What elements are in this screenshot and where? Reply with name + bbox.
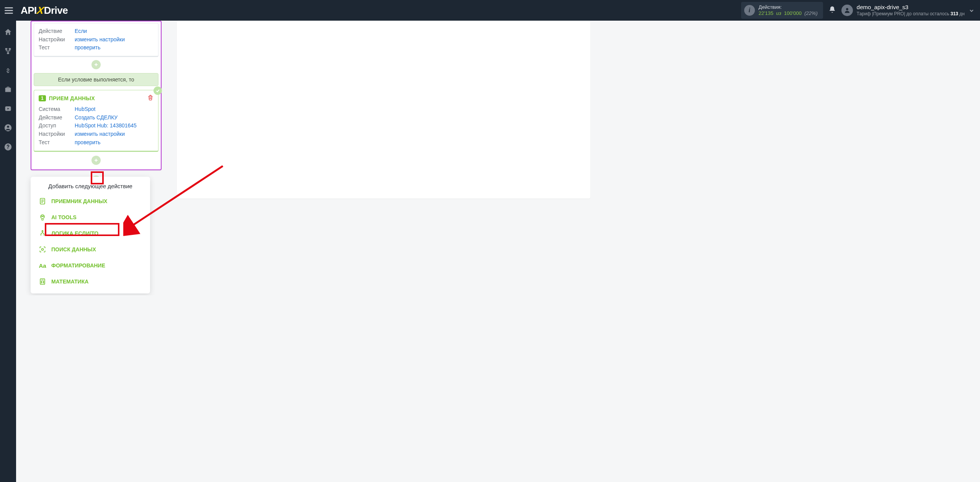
condition-group: ДействиеЕсли Настройкиизменить настройки…	[31, 21, 162, 170]
row-link[interactable]: HubSpot Hub: 143801645	[75, 122, 137, 130]
menu-item-receiver[interactable]: ПРИЕМНИК ДАННЫХ	[37, 195, 144, 208]
profile-icon[interactable]	[3, 123, 13, 132]
brand-pre: API	[21, 5, 37, 16]
hamburger-button[interactable]	[4, 3, 18, 17]
trash-icon[interactable]	[147, 94, 154, 102]
menu-label: ПОИСК ДАННЫХ	[51, 246, 96, 252]
add-action-popover: Добавить следующее действие ПРИЕМНИК ДАН…	[31, 177, 150, 293]
menu-item-search-data[interactable]: ПОИСК ДАННЫХ	[37, 243, 144, 256]
add-step-button[interactable]	[91, 60, 101, 69]
svg-point-25	[41, 281, 42, 282]
row-link[interactable]: Если	[75, 27, 87, 36]
menu-item-ai-tools[interactable]: AI TOOLS	[37, 211, 144, 224]
card-header: 1 ПРИЕМ ДАННЫХ	[39, 94, 154, 102]
svg-rect-2	[9, 48, 11, 50]
detail-panel	[177, 21, 590, 199]
step-number: 1	[39, 95, 46, 101]
svg-point-19	[41, 215, 44, 218]
leftbar	[0, 21, 16, 295]
scan-icon	[38, 245, 47, 254]
svg-point-8	[7, 148, 8, 149]
svg-point-20	[42, 216, 42, 217]
row-key: Система	[39, 105, 71, 114]
menu-label: ПРИЕМНИК ДАННЫХ	[51, 198, 107, 204]
briefcase-icon[interactable]	[3, 85, 13, 94]
text-aa-icon: Aa	[38, 261, 47, 270]
row-link[interactable]: изменить настройки	[75, 36, 125, 44]
row-link[interactable]: изменить настройки	[75, 130, 125, 138]
youtube-icon[interactable]	[3, 104, 13, 113]
menu-label: ФОРМАТИРОВАНИЕ	[51, 262, 105, 269]
card-title: ПРИЕМ ДАННЫХ	[49, 95, 95, 101]
brand-post: Drive	[44, 5, 68, 16]
popover-menu: ПРИЕМНИК ДАННЫХ AI TOOLS ЛОГИКА ЕСЛИ/ТО …	[37, 195, 144, 288]
row-key: Действие	[39, 27, 71, 36]
svg-point-26	[43, 281, 44, 282]
svg-point-21	[43, 216, 44, 217]
add-step-button[interactable]	[91, 156, 101, 165]
condition-card[interactable]: ДействиеЕсли Настройкиизменить настройки…	[34, 23, 158, 57]
svg-rect-1	[5, 48, 8, 50]
topbar: APIXDrive i Действия: 22'135 из 100'000 …	[0, 0, 597, 21]
row-key: Действие	[39, 114, 71, 122]
receiver-card[interactable]: 1 ПРИЕМ ДАННЫХ СистемаHubSpot ДействиеСо…	[34, 90, 158, 151]
row-link[interactable]: HubSpot	[75, 105, 95, 114]
status-ok-icon	[154, 86, 162, 95]
branch-icon	[38, 229, 47, 238]
connections-icon[interactable]	[3, 47, 13, 56]
row-key: Тест	[39, 44, 71, 52]
row-key: Доступ	[39, 122, 71, 130]
svg-point-22	[42, 249, 44, 251]
help-icon[interactable]	[3, 142, 13, 151]
menu-label: AI TOOLS	[51, 214, 77, 220]
flow-column: ДействиеЕсли Настройкиизменить настройки…	[31, 21, 162, 187]
popover-title: Добавить следующее действие	[37, 183, 144, 189]
ai-brain-icon	[38, 213, 47, 221]
menu-label: ЛОГИКА ЕСЛИ/ТО	[51, 230, 98, 236]
row-link[interactable]: проверить	[75, 44, 101, 52]
menu-item-logic-ifelse[interactable]: ЛОГИКА ЕСЛИ/ТО	[37, 227, 144, 240]
row-key: Тест	[39, 138, 71, 147]
svg-point-6	[7, 126, 9, 128]
svg-point-28	[43, 283, 44, 283]
condition-band: Если условие выполняется, то	[34, 73, 158, 86]
menu-item-math[interactable]: МАТЕМАТИКА	[37, 275, 144, 288]
row-key: Настройки	[39, 130, 71, 138]
main-stage: ДействиеЕсли Настройкиизменить настройки…	[16, 21, 597, 295]
menu-label: МАТЕМАТИКА	[51, 278, 88, 285]
calculator-icon	[38, 277, 47, 286]
row-key: Настройки	[39, 36, 71, 44]
billing-icon[interactable]	[3, 66, 13, 75]
home-icon[interactable]	[3, 28, 13, 37]
svg-point-27	[41, 283, 42, 283]
row-link[interactable]: проверить	[75, 138, 101, 147]
row-link[interactable]: Создать СДЕЛКУ	[75, 114, 118, 122]
svg-rect-3	[7, 52, 9, 54]
brand-logo[interactable]: APIXDrive	[21, 5, 68, 16]
menu-item-formatting[interactable]: Aa ФОРМАТИРОВАНИЕ	[37, 259, 144, 272]
file-lines-icon	[38, 197, 47, 205]
